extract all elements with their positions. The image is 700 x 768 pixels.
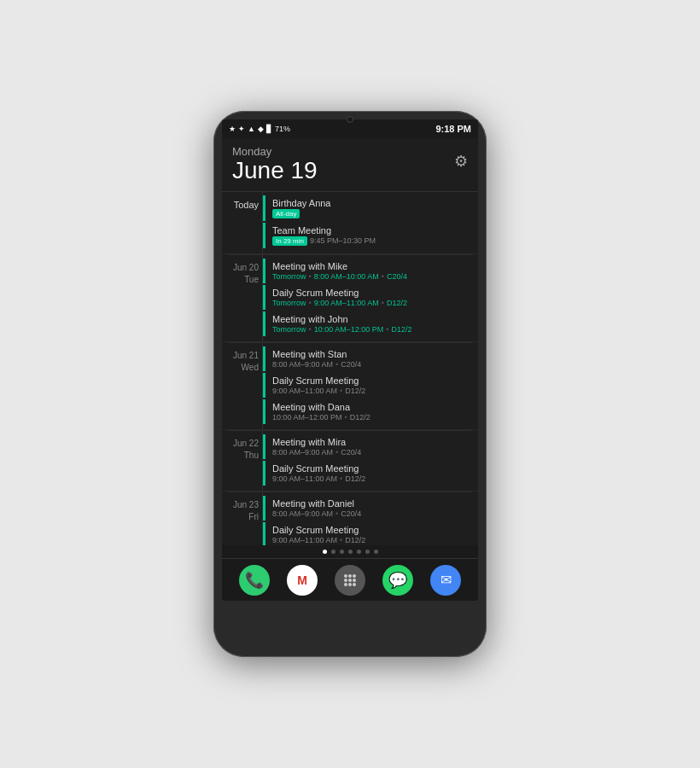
- phone-outer: ★✦▲◆ ▊ 71% 9:18 PM Monday June 19 ⚙ Toda…: [213, 111, 487, 657]
- inbox-icon: ✉: [440, 572, 452, 588]
- team-meeting-time: 9:45 PM–10:30 PM: [310, 236, 376, 245]
- settings-button[interactable]: ⚙: [454, 152, 468, 171]
- dot-5[interactable]: [357, 550, 361, 554]
- whatsapp-icon: 💬: [388, 571, 407, 590]
- day-group-jun21: Jun 21 Wed Meeting with Stan 8:00 AM–9:0…: [222, 343, 478, 430]
- page-dots: [222, 545, 478, 558]
- svg-point-1: [348, 574, 352, 578]
- event-meeting-daniel[interactable]: Meeting with Daniel 8:00 AM–9:00 AM • C2…: [263, 496, 478, 521]
- day-events-jun22: Meeting with Mira 8:00 AM–9:00 AM • C20/…: [263, 431, 478, 491]
- gmail-app-button[interactable]: M: [287, 565, 318, 596]
- dot-1[interactable]: [323, 550, 327, 554]
- whatsapp-button[interactable]: 💬: [382, 565, 413, 596]
- event-daily-scrum-jun20[interactable]: Daily Scrum Meeting Tomorrow • 9:00 AM–1…: [263, 285, 478, 310]
- dot-6[interactable]: [365, 550, 370, 554]
- svg-point-2: [353, 574, 356, 578]
- event-daily-scrum-jun21[interactable]: Daily Scrum Meeting 9:00 AM–11:00 AM • D…: [263, 373, 478, 398]
- svg-point-0: [344, 574, 347, 578]
- svg-point-6: [344, 583, 347, 586]
- svg-point-7: [348, 583, 352, 586]
- birthday-anna-title: Birthday Anna: [272, 198, 331, 208]
- calendar-list[interactable]: Today Birthday Anna All-day Team Meeting: [222, 192, 478, 545]
- battery-icon: ▊: [266, 125, 272, 133]
- day-group-jun20: Jun 20 Tue Meeting with Mike Tomorrow • …: [222, 255, 478, 342]
- event-daily-scrum-jun23[interactable]: Daily Scrum Meeting 9:00 AM–11:00 AM • D…: [263, 522, 478, 545]
- event-meeting-mike[interactable]: Meeting with Mike Tomorrow • 8:00 AM–10:…: [263, 259, 478, 283]
- event-meeting-dana[interactable]: Meeting with Dana 10:00 AM–12:00 PM • D1…: [263, 399, 478, 424]
- inbox-button[interactable]: ✉: [430, 565, 461, 596]
- day-group-today: Today Birthday Anna All-day Team Meeting: [222, 192, 478, 254]
- event-birthday-anna[interactable]: Birthday Anna All-day: [263, 195, 478, 221]
- phone-app-button[interactable]: 📞: [239, 565, 270, 596]
- header-day: Monday: [232, 145, 318, 158]
- event-meeting-john[interactable]: Meeting with John Tomorrow • 10:00 AM–12…: [263, 311, 478, 336]
- event-meeting-mira[interactable]: Meeting with Mira 8:00 AM–9:00 AM • C20/…: [263, 434, 478, 459]
- day-label-jun21: Jun 21 Wed: [222, 343, 263, 429]
- event-daily-scrum-jun22[interactable]: Daily Scrum Meeting 9:00 AM–11:00 AM • D…: [263, 461, 478, 486]
- day-label-jun22: Jun 22 Thu: [222, 431, 263, 491]
- front-camera: [347, 116, 353, 123]
- dot-2[interactable]: [331, 550, 335, 554]
- apps-grid-icon: [342, 573, 358, 588]
- battery-level: 71%: [275, 125, 290, 133]
- event-team-meeting[interactable]: Team Meeting In 29 min 9:45 PM–10:30 PM: [263, 223, 478, 248]
- day-events-today: Birthday Anna All-day Team Meeting In 29…: [263, 192, 478, 253]
- apps-button[interactable]: [335, 565, 365, 596]
- dot-3[interactable]: [340, 550, 344, 554]
- day-events-jun23: Meeting with Daniel 8:00 AM–9:00 AM • C2…: [263, 492, 478, 545]
- app-header: Monday June 19 ⚙: [222, 138, 478, 192]
- svg-point-3: [344, 579, 347, 582]
- phone-icon: 📞: [245, 571, 264, 590]
- day-events-jun21: Meeting with Stan 8:00 AM–9:00 AM • C20/…: [263, 343, 478, 429]
- status-time: 9:18 PM: [435, 124, 471, 134]
- day-events-jun20: Meeting with Mike Tomorrow • 8:00 AM–10:…: [263, 255, 478, 341]
- time-badge: In 29 min: [272, 236, 307, 246]
- status-icons: ★✦▲◆ ▊ 71%: [229, 125, 290, 133]
- day-group-jun23: Jun 23 Fri Meeting with Daniel 8:00 AM–9…: [222, 492, 478, 545]
- day-label-jun23: Jun 23 Fri: [222, 492, 263, 545]
- gmail-icon: M: [297, 573, 307, 587]
- svg-point-8: [353, 583, 356, 586]
- phone-screen: ★✦▲◆ ▊ 71% 9:18 PM Monday June 19 ⚙ Toda…: [222, 119, 478, 601]
- day-label-jun20: Jun 20 Tue: [222, 255, 263, 341]
- day-group-jun22: Jun 22 Thu Meeting with Mira 8:00 AM–9:0…: [222, 431, 478, 492]
- day-label-today: Today: [222, 192, 263, 253]
- svg-point-4: [348, 579, 352, 582]
- bottom-nav: 📞 M 💬: [222, 558, 478, 601]
- all-day-badge: All-day: [272, 209, 300, 218]
- header-date: June 19: [232, 158, 318, 184]
- svg-point-5: [353, 579, 356, 582]
- event-meeting-stan[interactable]: Meeting with Stan 8:00 AM–9:00 AM • C20/…: [263, 346, 478, 371]
- speaker: [329, 123, 371, 127]
- team-meeting-title: Team Meeting: [272, 225, 331, 236]
- dot-7[interactable]: [374, 550, 378, 554]
- dot-4[interactable]: [348, 550, 353, 554]
